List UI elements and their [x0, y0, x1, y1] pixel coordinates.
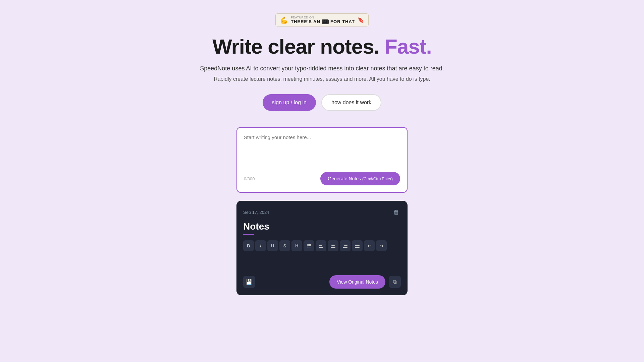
svg-rect-17 — [355, 247, 360, 248]
svg-rect-16 — [355, 245, 360, 246]
badge-featured-label: FEATURED ON — [291, 16, 355, 19]
italic-button[interactable]: I — [255, 240, 266, 251]
notes-output-container: Sep 17, 2024 🗑 Notes B I U S H — [236, 201, 408, 295]
formatting-toolbar: B I U S H — [243, 240, 401, 251]
badge-icon: 💪 — [280, 16, 288, 24]
copy-button[interactable]: ⧉ — [389, 276, 401, 288]
svg-point-4 — [307, 247, 308, 247]
svg-rect-14 — [343, 247, 347, 248]
align-center-button[interactable] — [328, 240, 338, 251]
svg-rect-3 — [308, 245, 311, 246]
notes-date: Sep 17, 2024 — [243, 210, 269, 215]
underline-button[interactable]: U — [267, 240, 278, 251]
svg-rect-9 — [331, 244, 335, 244]
svg-point-2 — [307, 245, 308, 246]
output-header: Sep 17, 2024 🗑 — [243, 207, 401, 217]
char-count: 0/300 — [244, 176, 255, 181]
output-footer: 💾 View Original Notes ⧉ — [243, 275, 401, 289]
heading-button[interactable]: H — [291, 240, 302, 251]
bold-button[interactable]: B — [243, 240, 254, 251]
svg-rect-12 — [343, 244, 347, 244]
svg-rect-5 — [308, 247, 311, 247]
align-right-button[interactable] — [340, 240, 351, 251]
cta-buttons: sign up / log in how does it work — [263, 94, 381, 111]
notes-content — [243, 256, 401, 270]
svg-rect-6 — [319, 244, 323, 244]
input-footer: 0/300 Generate Notes (Cmd/Ctrl+Enter) — [244, 172, 400, 185]
svg-point-0 — [307, 244, 308, 245]
svg-rect-15 — [355, 244, 360, 244]
subtitle-sub: Rapidly create lecture notes, meeting mi… — [214, 76, 430, 82]
subtitle-main: SpeedNote uses AI to convert your typo-r… — [200, 65, 444, 72]
save-button[interactable]: 💾 — [243, 276, 255, 288]
redo-button[interactable]: ↪ — [376, 240, 387, 251]
svg-rect-7 — [319, 245, 322, 246]
how-it-works-button[interactable]: how does it work — [321, 94, 381, 111]
align-left-button[interactable] — [316, 240, 326, 251]
undo-button[interactable]: ↩ — [364, 240, 375, 251]
signup-login-button[interactable]: sign up / log in — [263, 94, 316, 111]
view-original-button[interactable]: View Original Notes — [329, 275, 385, 289]
generate-notes-button[interactable]: Generate Notes (Cmd/Ctrl+Enter) — [320, 172, 400, 185]
svg-rect-13 — [344, 245, 347, 246]
svg-rect-8 — [319, 247, 323, 248]
footer-right-actions: View Original Notes ⧉ — [329, 275, 401, 289]
notes-input-container: 0/300 Generate Notes (Cmd/Ctrl+Enter) — [236, 127, 408, 193]
title-underline — [243, 234, 254, 235]
badge-site-name: THERE'S AN AI FOR THAT — [291, 19, 355, 24]
svg-rect-1 — [308, 244, 311, 245]
strikethrough-button[interactable]: S — [279, 240, 290, 251]
bullet-list-button[interactable] — [304, 240, 314, 251]
delete-button[interactable]: 🗑 — [392, 207, 401, 217]
bookmark-icon: 🔖 — [358, 17, 364, 23]
page-title: Write clear notes. Fast. — [212, 35, 432, 58]
notes-textarea[interactable] — [244, 134, 400, 168]
notes-title: Notes — [243, 221, 401, 232]
featured-badge[interactable]: 💪 FEATURED ON THERE'S AN AI FOR THAT 🔖 — [275, 13, 369, 26]
align-justify-button[interactable] — [352, 240, 363, 251]
svg-rect-10 — [331, 245, 335, 246]
svg-rect-11 — [331, 247, 335, 248]
